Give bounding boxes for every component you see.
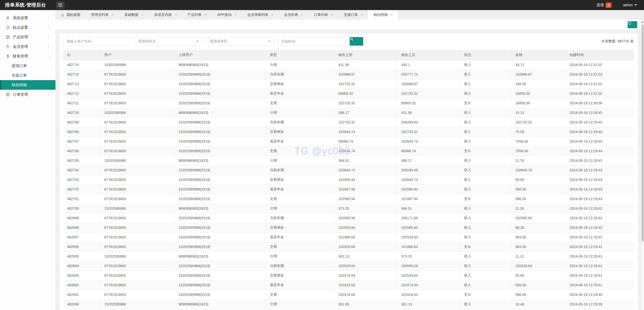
table-cell: 2024-05-19 12:29:42 [566,223,634,232]
table-cell: 205059.28 [397,261,460,271]
sidebar-subitem[interactable]: 钱包明细 [0,80,55,90]
table-row: 482695152025959899690996900(2423)分佣362.1… [63,252,634,261]
user-number-input[interactable] [63,37,131,46]
tab[interactable]: 订单列表× [309,10,338,20]
search-button[interactable] [350,37,363,46]
table-cell: 482705 [63,156,100,165]
table-cell: 2024-05-19 12:29:41 [566,242,634,252]
table-cell: 102529.64 [334,223,397,232]
table-cell: 分佣 [266,156,334,165]
table-cell: 收入 [460,108,511,117]
sidebar-item[interactable]: 产品管理 [0,32,55,42]
table-cell: 收入 [460,137,511,146]
close-icon[interactable]: × [331,13,333,17]
close-icon[interactable]: × [141,13,143,17]
bell-icon [6,25,10,30]
sidebar-item[interactable]: 订单管理 [0,90,55,99]
total-count: 共有数据: 482715 条 [601,39,634,44]
table-cell: 收入 [460,165,511,175]
table-cell: 373.25 [334,204,397,213]
table-cell: 87781523803 [100,165,174,175]
close-icon[interactable]: × [175,13,177,17]
withdraw-link[interactable]: 提现 [597,3,604,7]
tab[interactable]: 产品列表× [182,10,212,20]
table-cell: 当前余额 [266,117,334,127]
table-cell: 95086.74 [334,137,397,146]
refresh-button[interactable] [628,21,637,28]
admin-menu[interactable]: admin [623,3,637,7]
sidebar-item[interactable]: 财务管理 [0,51,55,61]
table-cell: 482696 [63,242,100,252]
table-cell: 33.71 [511,60,566,70]
vertical-scrollbar[interactable] [641,20,644,310]
column-header: 修改之后 [397,50,460,60]
tab[interactable]: 多语言内容× [149,10,182,20]
tab[interactable]: 会员等级列表× [242,10,279,20]
tab[interactable]: 我的桌面 [55,10,86,20]
table-cell: 87781523803 [100,117,174,127]
table-cell: 15.12 [511,108,566,117]
table-cell: 482711 [63,98,100,108]
table-cell: 返还本金 [266,89,334,98]
table-cell: 15202595989(2519) [175,98,266,108]
sidebar-subitem-label: 充值订单 [12,73,27,78]
table-cell: 101966.64 [397,242,460,252]
content-area: 我的桌面管理员列表×基础数据×多语言内容×产品列表×APP滚动×会员等级列表×会… [55,10,644,310]
tab-label: 会员列表 [284,13,298,17]
table-cell: 102585.94 [334,175,397,184]
close-icon[interactable]: × [111,13,114,17]
column-header: ID [63,50,100,60]
sidebar-item-label: 订单管理 [13,92,28,97]
table-cell: 返还本金 [266,280,334,290]
table-cell: 支出 [460,242,511,252]
table-cell: 15202595989(2519) [175,146,266,156]
table-cell: 9690996900(2423) [175,60,266,70]
close-icon[interactable]: × [390,13,393,17]
table-cell: 收入 [460,156,511,165]
sidebar-item[interactable]: 站点设置 [0,23,55,32]
sidebar-subitem[interactable]: 充值订单 [0,71,55,80]
table-cell: 收入 [460,252,511,261]
table-cell: 482714 [63,70,100,79]
table-cell: 396.27 [397,156,460,165]
table-cell: 396.27 [334,108,397,117]
close-icon[interactable]: × [234,13,236,17]
table-cell: 11.26 [511,204,566,213]
table-cell: 支出 [460,290,511,299]
table-cell: 482715 [63,60,100,70]
type-select[interactable]: 请选择类型 [206,37,274,46]
tab[interactable]: 会员列表× [279,10,309,20]
table-row: 4827098778152380315202595989(2519)当前余额10… [63,117,634,127]
close-icon[interactable]: × [271,13,273,17]
sidebar-item[interactable]: 会员管理 [0,42,55,51]
table-cell: 102644.74 [334,127,397,137]
table-cell: 支出 [460,194,511,204]
tab-label: 充值订单 [344,13,358,17]
hamburger-icon[interactable] [56,1,65,9]
scroll-up-icon[interactable] [641,21,644,23]
table-cell: 2024-05-19 12:29:43 [566,184,634,194]
tab[interactable]: APP滚动× [212,10,242,20]
tab[interactable]: 钱包明细× [368,10,398,20]
gear-icon [6,16,10,20]
table-row: 4827038778152380315202595989(2519)交易佣金10… [63,175,634,184]
table-cell: 2024-05-19 12:29:41 [566,271,634,280]
table-row: 482715152025959899690996900(2423)分佣411.3… [63,60,634,70]
sidebar-item[interactable]: 系统设置 [0,13,55,23]
close-icon[interactable]: × [361,13,363,17]
table-cell: 15202595989(2519) [175,137,266,146]
tab-label: 订单列表 [314,13,328,17]
tab[interactable]: 基础数据× [119,10,149,20]
status-select[interactable]: 请选择状态 [135,37,202,46]
tab[interactable]: 充值订单× [339,10,368,20]
start-time-input[interactable] [278,37,346,46]
table-cell: 102474.04 [334,290,397,299]
close-icon[interactable]: × [204,13,207,17]
scrollbar-thumb[interactable] [641,25,644,241]
table-cell: 87781523803 [100,271,174,280]
sidebar-subitem[interactable]: 提现订单 [0,61,55,71]
topbar: 排单系统-管理后台 提现 4 admin [0,0,644,10]
tab[interactable]: 管理员列表× [86,10,119,20]
close-icon[interactable]: × [301,13,303,17]
table-cell: 87781523803 [100,290,174,299]
